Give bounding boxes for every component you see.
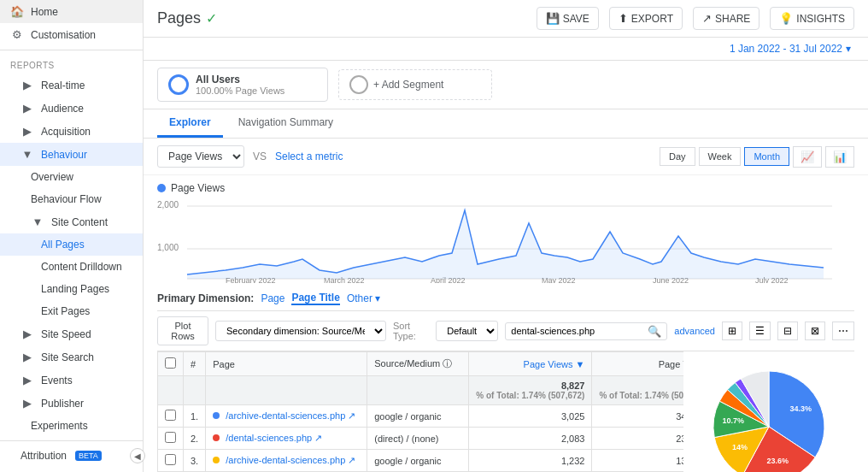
page-title-text: Pages xyxy=(157,9,201,27)
bar-chart-button[interactable]: 📊 xyxy=(825,146,854,168)
sidebar-item-home[interactable]: 🏠 Home xyxy=(0,0,143,23)
audience-icon: ▶ xyxy=(21,102,34,115)
svg-text:2,000: 2,000 xyxy=(157,200,179,209)
row-page-link[interactable]: /dental-sciences.php xyxy=(226,433,312,443)
sidebar-item-audience[interactable]: ▶ Audience xyxy=(0,97,143,120)
row-page-link[interactable]: /archive-dental-sciences.php xyxy=(226,455,345,465)
search-button[interactable]: 🔍 xyxy=(648,325,661,338)
tab-explorer[interactable]: Explorer xyxy=(157,109,223,138)
sidebar-publisher-label: Publisher xyxy=(41,398,84,410)
table-view-button[interactable]: ⊞ xyxy=(722,322,742,340)
legend-dot xyxy=(157,184,166,192)
segments-bar: All Users 100.00% Page Views + Add Segme… xyxy=(144,61,868,109)
page-views-header-1: Page Views ▼ xyxy=(469,352,592,376)
row-page-icon[interactable]: ↗ xyxy=(348,410,355,421)
add-segment-button[interactable]: + Add Segment xyxy=(338,69,492,100)
sidebar-item-behaviour[interactable]: ▼ Behaviour xyxy=(0,143,143,166)
row-page-link[interactable]: /archive-dental-sciences.php xyxy=(226,410,345,421)
share-button[interactable]: ↗ SHARE xyxy=(693,7,760,30)
collapse-sidebar-button[interactable]: ◀ xyxy=(130,448,145,463)
row-checkbox-cell xyxy=(158,450,184,472)
sidebar-item-experiments[interactable]: Experiments xyxy=(0,415,143,437)
attribution-beta-badge: BETA xyxy=(75,451,102,461)
all-users-segment[interactable]: All Users 100.00% Page Views xyxy=(157,68,328,102)
reports-section-label: REPORTS xyxy=(0,54,143,74)
sidebar-item-customisation[interactable]: ⚙ Customisation xyxy=(0,23,143,46)
publisher-icon: ▶ xyxy=(21,397,34,410)
day-button[interactable]: Day xyxy=(660,147,695,166)
pivot-view-button[interactable]: ⊟ xyxy=(777,322,798,340)
sidebar-item-events[interactable]: ▶ Events xyxy=(0,369,143,392)
sidebar-item-overview[interactable]: Overview xyxy=(0,166,143,188)
row-checkbox[interactable] xyxy=(165,410,176,421)
page-title-dim-link[interactable]: Page Title xyxy=(291,292,339,305)
row-checkbox-cell xyxy=(158,405,184,428)
save-button[interactable]: 💾 SAVE xyxy=(537,7,599,30)
sidebar-item-all-pages[interactable]: All Pages xyxy=(0,233,143,256)
row-pv1: 1,232 xyxy=(469,450,592,472)
advanced-link[interactable]: advanced xyxy=(674,326,715,336)
row-page: /archive-dental-sciences.php ↗ xyxy=(206,450,367,472)
vs-label: VS xyxy=(253,150,267,162)
all-users-circle xyxy=(168,74,189,95)
sidebar-item-discover[interactable]: Discover xyxy=(0,467,143,472)
acquisition-icon: ▶ xyxy=(21,125,34,138)
date-range[interactable]: 1 Jan 2022 - 31 Jul 2022 ▾ xyxy=(144,38,868,61)
sidebar-contentdrilldown-label: Content Drilldown xyxy=(41,261,122,273)
row-color-dot xyxy=(213,457,220,463)
other-dim-link[interactable]: Other ▾ xyxy=(347,292,380,304)
compare-view-button[interactable]: ⊠ xyxy=(805,322,825,340)
month-button[interactable]: Month xyxy=(744,147,789,166)
events-icon: ▶ xyxy=(21,374,34,386)
plot-rows-button[interactable]: Plot Rows xyxy=(157,316,208,345)
date-range-label: 1 Jan 2022 - 31 Jul 2022 xyxy=(730,43,842,55)
insights-button[interactable]: 💡 INSIGHTS xyxy=(770,7,854,30)
secondary-dimension-select[interactable]: Secondary dimension: Source/Medium xyxy=(215,321,386,341)
table-row: 1. /archive-dental-sciences.php ↗ google… xyxy=(158,405,684,428)
line-chart: 2,000 1,000 February 2022 March 2022 Apr… xyxy=(157,198,832,283)
sidebar-item-site-speed[interactable]: ▶ Site Speed xyxy=(0,322,143,345)
page-title: Pages ✓ xyxy=(157,9,217,27)
page-dim-link[interactable]: Page xyxy=(261,292,284,304)
customisation-icon: ⚙ xyxy=(10,28,24,41)
row-page-icon[interactable]: ↗ xyxy=(348,455,355,465)
segment-sub: 100.00% Page Views xyxy=(196,86,284,96)
sort-select[interactable]: Default xyxy=(436,321,498,341)
export-button[interactable]: ⬆ EXPORT xyxy=(609,7,683,30)
metric-select[interactable]: Page Views xyxy=(157,145,244,168)
sidebar-item-site-search[interactable]: ▶ Site Search xyxy=(0,345,143,369)
table-body: 1. /archive-dental-sciences.php ↗ google… xyxy=(158,405,684,473)
tabs-row: Explorer Navigation Summary xyxy=(144,109,868,139)
pie-label-0: 34.3% xyxy=(789,404,812,413)
grid-view-button[interactable]: ☰ xyxy=(749,322,771,340)
top-bar: Pages ✓ 💾 SAVE ⬆ EXPORT ↗ SHARE 💡 INSIGH… xyxy=(144,0,868,38)
week-button[interactable]: Week xyxy=(699,147,742,166)
tab-navigation-summary[interactable]: Navigation Summary xyxy=(226,109,345,138)
more-options-button[interactable]: ⋯ xyxy=(832,322,854,340)
sidebar-item-publisher[interactable]: ▶ Publisher xyxy=(0,392,143,415)
sidebar-item-landing-pages[interactable]: Landing Pages xyxy=(0,278,143,300)
sidebar-item-exit-pages[interactable]: Exit Pages xyxy=(0,300,143,322)
sidebar-item-content-drilldown[interactable]: Content Drilldown xyxy=(0,256,143,278)
select-metric-link[interactable]: Select a metric xyxy=(275,150,343,162)
sidebar-item-attribution[interactable]: Attribution BETA xyxy=(0,445,143,467)
select-all-checkbox[interactable] xyxy=(165,357,176,369)
row-checkbox[interactable] xyxy=(165,432,176,443)
row-source: (direct) / (none) xyxy=(367,428,469,450)
row-page: /archive-dental-sciences.php ↗ xyxy=(206,405,367,428)
sidebar-exitpages-label: Exit Pages xyxy=(41,305,90,317)
page-views-header-2: Page Views xyxy=(592,352,683,376)
table-wrapper: # Page Source/Medium ⓘ Page Views ▼ Page… xyxy=(157,351,854,472)
line-chart-button[interactable]: 📈 xyxy=(793,146,822,168)
sidebar-item-realtime[interactable]: ▶ Real-time xyxy=(0,74,143,97)
row-page-icon[interactable]: ↗ xyxy=(314,433,322,443)
total-pv1: 8,827 % of Total: 1.74% (507,672) xyxy=(469,376,592,405)
search-input[interactable] xyxy=(511,326,648,336)
total-row: 8,827 % of Total: 1.74% (507,672) 8,827 … xyxy=(158,376,684,405)
sidebar-item-site-content[interactable]: ▼ Site Content xyxy=(0,210,143,233)
sidebar-item-acquisition[interactable]: ▶ Acquisition xyxy=(0,120,143,143)
sidebar-item-behaviour-flow[interactable]: Behaviour Flow xyxy=(0,188,143,210)
sidebar-sitespeed-label: Site Speed xyxy=(41,328,91,340)
row-checkbox[interactable] xyxy=(165,454,176,465)
table-header-row: # Page Source/Medium ⓘ Page Views ▼ Page… xyxy=(158,352,684,376)
